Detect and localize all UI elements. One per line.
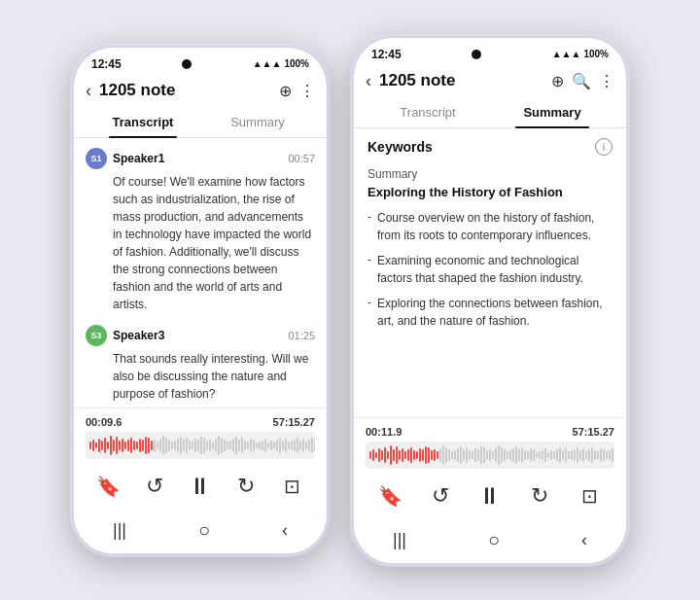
tabs-right: Transcript Summary bbox=[354, 97, 626, 128]
waveform-left[interactable]: // Generate waveform bars inline const h… bbox=[86, 432, 315, 459]
app-header-right: ‹ 1205 note ⊕ 🔍 ⋮ bbox=[354, 65, 626, 97]
summary-bullet-3: - Exploring the connections between fash… bbox=[368, 295, 612, 330]
add-icon-left[interactable]: ⊕ bbox=[279, 82, 292, 100]
total-time-right: 57:15.27 bbox=[573, 426, 614, 438]
signal-icon-right: ▲▲▲ bbox=[552, 49, 581, 59]
nav-apps-left[interactable]: ||| bbox=[113, 520, 126, 541]
speaker-entry-1: S1 Speaker1 00:57 Of course! We'll exami… bbox=[86, 148, 315, 313]
nav-bar-left: ||| ○ ‹ bbox=[74, 512, 327, 553]
speaker-text-3: That sounds really interesting. Will we … bbox=[86, 350, 315, 403]
pause-button-right[interactable]: ⏸ bbox=[474, 480, 506, 512]
speaker-entry-3: S3 Speaker3 01:25 That sounds really int… bbox=[86, 325, 315, 403]
nav-back-left[interactable]: ‹ bbox=[282, 520, 288, 541]
speaker-name-1: Speaker1 bbox=[113, 152, 164, 165]
bullet-dash-3: - bbox=[368, 296, 371, 330]
info-icon[interactable]: i bbox=[595, 138, 612, 156]
transcript-area: S1 Speaker1 00:57 Of course! We'll exami… bbox=[74, 138, 327, 407]
pause-button-left[interactable]: ⏸ bbox=[185, 471, 216, 502]
summary-bullet-1: - Course overview on the history of fash… bbox=[368, 209, 612, 244]
status-bar-left: 12:45 ▲▲▲ 100% bbox=[74, 48, 327, 75]
tab-transcript-right[interactable]: Transcript bbox=[366, 97, 490, 127]
speaker-name-3: Speaker3 bbox=[113, 329, 164, 342]
summary-title: Exploring the History of Fashion bbox=[368, 185, 612, 199]
right-phone: 12:45 ▲▲▲ 100% ‹ 1205 note ⊕ 🔍 ⋮ bbox=[350, 34, 630, 567]
bullet-dash-2: - bbox=[368, 253, 371, 287]
current-time-right: 00:11.9 bbox=[366, 426, 402, 438]
tab-transcript-left[interactable]: Transcript bbox=[86, 107, 200, 137]
total-time-left: 57:15.27 bbox=[273, 416, 315, 428]
forward-button-right[interactable]: ↻ bbox=[524, 480, 555, 512]
add-icon-right[interactable]: ⊕ bbox=[551, 72, 564, 90]
clip-button-right[interactable]: ⊡ bbox=[574, 480, 605, 512]
tabs-left: Transcript Summary bbox=[74, 107, 327, 138]
header-icons-right: ⊕ 🔍 ⋮ bbox=[551, 72, 614, 90]
player-controls-right: 🔖 ↺ ⏸ ↻ ⊡ bbox=[366, 476, 614, 517]
bullet-text-1: Course overview on the history of fashio… bbox=[377, 209, 612, 244]
forward-button-left[interactable]: ↻ bbox=[230, 471, 262, 502]
bullet-text-2: Examining economic and technological fac… bbox=[377, 252, 612, 287]
tab-summary-right[interactable]: Summary bbox=[490, 97, 614, 127]
keywords-section: Keywords i bbox=[368, 138, 612, 156]
camera-notch-right bbox=[472, 50, 481, 59]
back-button-left[interactable]: ‹ bbox=[86, 81, 91, 101]
nav-apps-right[interactable]: ||| bbox=[393, 530, 406, 550]
battery-label: 100% bbox=[284, 58, 309, 69]
speaker-time-3: 01:25 bbox=[288, 330, 315, 341]
signal-icon: ▲▲▲ bbox=[253, 58, 282, 69]
current-time-left: 00:09.6 bbox=[86, 416, 122, 428]
summary-section-label: Summary bbox=[368, 167, 612, 181]
bullet-dash-1: - bbox=[368, 210, 371, 244]
rewind-button-left[interactable]: ↺ bbox=[139, 471, 170, 502]
search-icon-right[interactable]: 🔍 bbox=[572, 72, 591, 90]
summary-area: Keywords i Summary Exploring the History… bbox=[354, 128, 626, 417]
more-icon-right[interactable]: ⋮ bbox=[599, 72, 614, 90]
back-button-right[interactable]: ‹ bbox=[366, 71, 371, 91]
nav-back-right[interactable]: ‹ bbox=[581, 530, 587, 550]
avatar-speaker1-1: S1 bbox=[86, 148, 107, 169]
clip-button-left[interactable]: ⊡ bbox=[276, 471, 307, 502]
app-header-left: ‹ 1205 note ⊕ ⋮ bbox=[74, 75, 327, 107]
bullet-text-3: Exploring the connections between fashio… bbox=[377, 295, 612, 330]
audio-player-right: 00:11.9 57:15.27 const heights2 = [8,12,… bbox=[354, 417, 626, 521]
audio-times-left: 00:09.6 57:15.27 bbox=[86, 416, 315, 428]
transcript-content-left: S1 Speaker1 00:57 Of course! We'll exami… bbox=[74, 138, 327, 407]
nav-home-left[interactable]: ○ bbox=[198, 519, 210, 542]
audio-times-right: 00:11.9 57:15.27 bbox=[366, 426, 614, 438]
audio-player-left: 00:09.6 57:15.27 // Generate waveform ba… bbox=[74, 407, 327, 512]
app-title-left: 1205 note bbox=[99, 81, 273, 100]
camera-notch-left bbox=[182, 59, 192, 69]
keywords-label: Keywords bbox=[368, 139, 433, 155]
header-icons-left: ⊕ ⋮ bbox=[279, 82, 315, 100]
time-left: 12:45 bbox=[91, 57, 122, 71]
time-right: 12:45 bbox=[371, 48, 402, 61]
summary-bullet-2: - Examining economic and technological f… bbox=[368, 252, 612, 287]
tab-summary-left[interactable]: Summary bbox=[200, 107, 315, 137]
status-icons-left: ▲▲▲ 100% bbox=[253, 58, 309, 69]
player-controls-left: 🔖 ↺ ⏸ ↻ ⊡ bbox=[86, 467, 315, 508]
waveform-right[interactable]: const heights2 = [8,12,6,14,10,16,8,20,1… bbox=[366, 441, 614, 469]
left-phone: 12:45 ▲▲▲ 100% ‹ 1205 note ⊕ ⋮ bbox=[70, 44, 331, 557]
battery-label-right: 100% bbox=[583, 49, 609, 59]
summary-content-right: Keywords i Summary Exploring the History… bbox=[354, 128, 626, 417]
status-icons-right: ▲▲▲ 100% bbox=[552, 49, 609, 59]
app-title-right: 1205 note bbox=[379, 71, 545, 90]
rewind-button-right[interactable]: ↺ bbox=[425, 480, 456, 512]
speaker-text-1: Of course! We'll examine how factors suc… bbox=[86, 173, 315, 313]
status-bar-right: 12:45 ▲▲▲ 100% bbox=[354, 38, 626, 65]
avatar-speaker3: S3 bbox=[86, 325, 107, 346]
nav-bar-right: ||| ○ ‹ bbox=[354, 521, 626, 563]
nav-home-right[interactable]: ○ bbox=[488, 529, 500, 551]
bookmark-button-right[interactable]: 🔖 bbox=[375, 480, 406, 512]
speaker-time-1: 00:57 bbox=[288, 153, 315, 164]
bookmark-button-left[interactable]: 🔖 bbox=[93, 471, 124, 502]
more-icon-left[interactable]: ⋮ bbox=[299, 82, 315, 100]
